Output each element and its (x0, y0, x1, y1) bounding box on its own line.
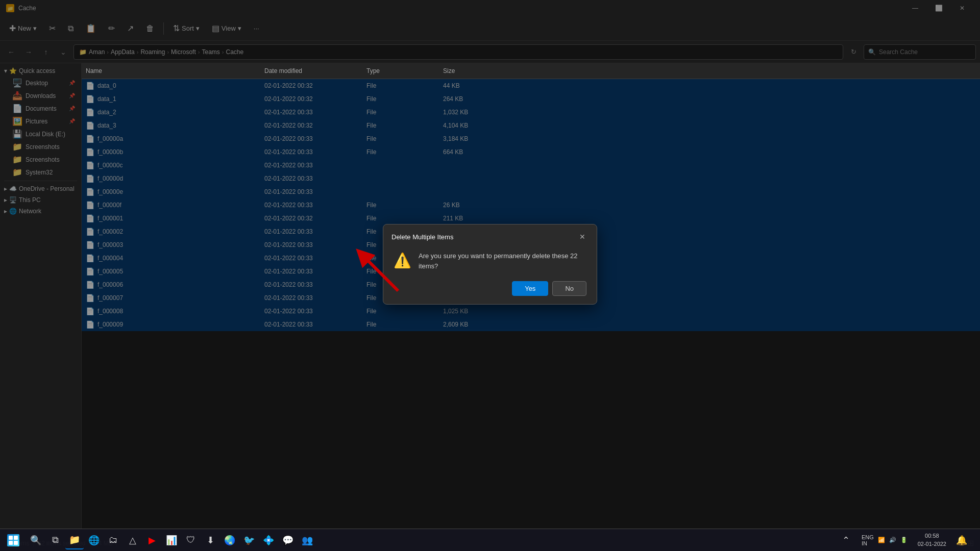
youtube-taskbar-icon[interactable]: ▶ (143, 531, 161, 549)
dialog-message: Are you sure you want to permanently del… (419, 251, 586, 271)
taskbar: 🔍 ⧉ 📁 🌐 🗂 △ ▶ 📊 🛡 ⬇ 🌏 🐦 💠 💬 👥 ⌃ ENG IN 📶… (0, 529, 980, 551)
task-view-icon[interactable]: ⧉ (46, 531, 64, 549)
clock-time: 00:58 (918, 532, 946, 540)
file-explorer-taskbar-icon[interactable]: 📁 (65, 531, 84, 549)
twitter-taskbar-icon[interactable]: 🐦 (240, 531, 258, 549)
column-header-type[interactable]: Type (362, 65, 439, 77)
teams-taskbar-icon[interactable]: 👥 (298, 531, 316, 549)
browser2-taskbar-icon[interactable]: 🌏 (220, 531, 239, 549)
battery-icon[interactable]: 🔋 (900, 537, 908, 543)
start-icon (7, 534, 19, 546)
google-drive-taskbar-icon[interactable]: △ (124, 531, 142, 549)
bit-taskbar-icon[interactable]: ⬇ (201, 531, 219, 549)
column-header-size[interactable]: Size (439, 65, 500, 77)
start-button[interactable] (4, 531, 22, 549)
dialog-close-button[interactable]: ✕ (576, 231, 589, 243)
yes-button[interactable]: Yes (512, 281, 548, 296)
whatsapp-taskbar-icon[interactable]: 💬 (279, 531, 297, 549)
chevron-up-icon[interactable]: ⌃ (837, 531, 855, 549)
system-tray: ENG IN 📶 🔊 🔋 (857, 534, 912, 546)
lang-label: ENG IN (862, 534, 874, 546)
volume-icon[interactable]: 🔊 (889, 537, 896, 543)
chrome-taskbar-icon[interactable]: 🌐 (85, 531, 103, 549)
clock-date: 02-01-2022 (918, 540, 946, 548)
taskbar-clock[interactable]: 00:58 02-01-2022 (914, 532, 950, 548)
delete-dialog: Delete Multiple Items ✕ ⚠️ Are you sure … (383, 224, 597, 305)
taskbar-right: ⌃ ENG IN 📶 🔊 🔋 00:58 02-01-2022 🔔 (837, 531, 976, 549)
no-button[interactable]: No (552, 281, 586, 296)
folder-taskbar-icon[interactable]: 🗂 (104, 531, 122, 549)
warning-icon: ⚠️ (394, 252, 411, 269)
vpn-taskbar-icon[interactable]: 🛡 (182, 531, 200, 549)
dialog-body: ⚠️ Are you sure you want to permanently … (383, 247, 597, 281)
notification-icon[interactable]: 🔔 (952, 531, 971, 549)
search-taskbar-icon[interactable]: 🔍 (27, 531, 45, 549)
dialog-title: Delete Multiple Items (391, 233, 572, 241)
wifi-icon[interactable]: 📶 (878, 537, 885, 543)
column-header-date[interactable]: Date modified (260, 65, 362, 77)
taskbar-icons: 🔍 ⧉ 📁 🌐 🗂 △ ▶ 📊 🛡 ⬇ 🌏 🐦 💠 💬 👥 (27, 531, 316, 549)
show-desktop[interactable] (973, 531, 976, 549)
column-header-name[interactable]: Name (82, 65, 260, 77)
file-list-header: Name Date modified Type Size (82, 63, 980, 79)
dialog-title-bar: Delete Multiple Items ✕ (383, 224, 597, 247)
dialog-overlay: Delete Multiple Items ✕ ⚠️ Are you sure … (0, 0, 980, 529)
dialog-buttons: Yes No (383, 281, 597, 304)
browser3-taskbar-icon[interactable]: 💠 (259, 531, 278, 549)
sheets-taskbar-icon[interactable]: 📊 (162, 531, 181, 549)
